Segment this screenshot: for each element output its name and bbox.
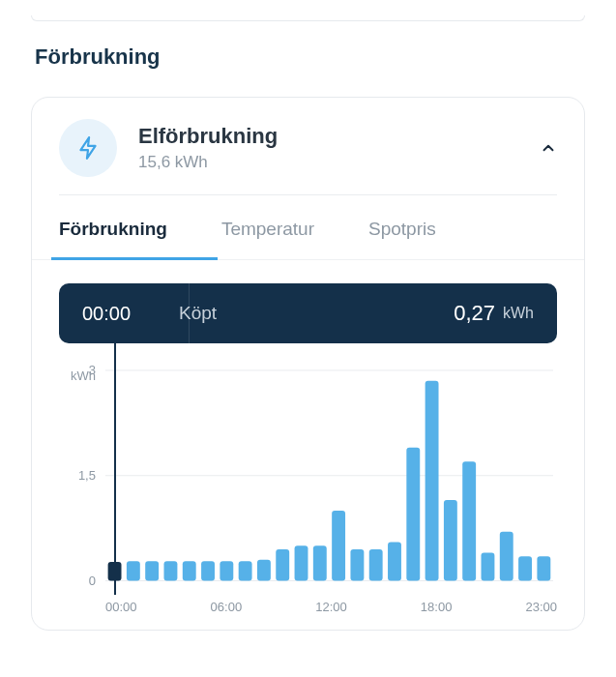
bar[interactable]	[482, 553, 495, 581]
card-subtitle: 15,6 kWh	[138, 153, 540, 172]
bar[interactable]	[164, 561, 178, 580]
tab-consumption[interactable]: Förbrukning	[59, 195, 167, 259]
bar[interactable]	[220, 561, 233, 580]
bar-chart[interactable]: 31,50	[59, 343, 557, 594]
xaxis-tick: 12:00	[315, 600, 347, 614]
chart-tooltip: 00:00 Köpt 0,27 kWh	[59, 283, 557, 343]
bar[interactable]	[350, 549, 364, 581]
bar[interactable]	[444, 500, 457, 580]
bar[interactable]	[201, 561, 215, 580]
xaxis-tick: 00:00	[105, 600, 137, 614]
card-title: Elförbrukning	[138, 124, 540, 149]
tab-temperature[interactable]: Temperatur	[221, 195, 314, 259]
bar[interactable]	[406, 448, 420, 581]
tooltip-time: 00:00	[82, 303, 175, 325]
xaxis-labels: 00:0006:0012:0018:0023:00	[59, 594, 557, 630]
tooltip-separator	[189, 283, 190, 343]
bar[interactable]	[127, 561, 140, 580]
chart-area[interactable]: kWh 31,50 00:0006:0012:0018:0023:00	[59, 343, 557, 630]
bolt-icon	[59, 119, 117, 177]
yaxis-tick: 1,5	[78, 468, 96, 483]
section-title: Förbrukning	[35, 44, 585, 70]
bar[interactable]	[313, 545, 327, 580]
bar[interactable]	[537, 556, 550, 580]
bar[interactable]	[295, 545, 308, 580]
bar[interactable]	[369, 549, 383, 581]
tooltip-unit: kWh	[503, 305, 534, 322]
previous-card-bottom-edge	[31, 15, 585, 21]
bar[interactable]	[388, 543, 401, 581]
yaxis-tick: 0	[89, 574, 96, 588]
tooltip-value: 0,27	[454, 301, 495, 326]
card-header-text: Elförbrukning 15,6 kWh	[138, 124, 540, 172]
yaxis-unit-label: kWh	[71, 368, 96, 383]
chevron-up-icon[interactable]	[540, 139, 557, 157]
chart-selection-marker	[114, 343, 116, 595]
bar[interactable]	[257, 560, 271, 581]
bar[interactable]	[425, 381, 439, 581]
xaxis-tick: 18:00	[421, 600, 453, 614]
xaxis-tick: 06:00	[211, 600, 243, 614]
tabs: Förbrukning Temperatur Spotpris	[32, 195, 584, 260]
xaxis-tick: 23:00	[525, 600, 557, 614]
bar[interactable]	[239, 561, 252, 580]
tab-spotprice[interactable]: Spotpris	[368, 195, 436, 259]
bar[interactable]	[518, 556, 532, 580]
bar[interactable]	[462, 461, 476, 580]
consumption-card: Elförbrukning 15,6 kWh Förbrukning Tempe…	[31, 97, 585, 631]
card-header[interactable]: Elförbrukning 15,6 kWh	[32, 98, 584, 194]
bar[interactable]	[145, 561, 159, 580]
tooltip-label: Köpt	[179, 303, 217, 324]
bar[interactable]	[500, 532, 513, 581]
bar[interactable]	[183, 561, 196, 580]
bar[interactable]	[276, 549, 289, 581]
bar[interactable]	[332, 511, 345, 581]
